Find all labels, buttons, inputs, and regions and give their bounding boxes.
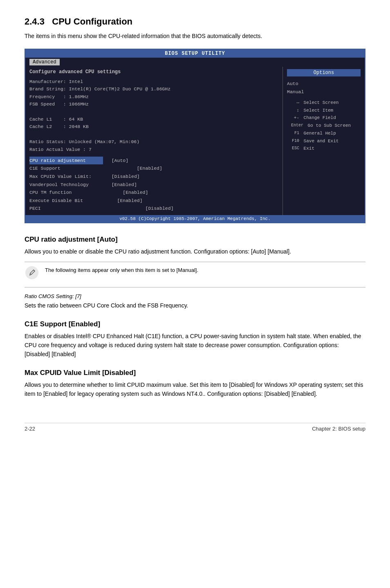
bios-header: BIOS SETUP UTILITY xyxy=(25,49,365,58)
bios-key-desc-select-item: Select Item xyxy=(301,107,333,114)
bios-key-sym-f10: F10 xyxy=(287,137,299,145)
bios-right-panel: Options Auto Manual ↔ Select Screen ↕ Se… xyxy=(283,67,365,215)
bios-key-row: ESC Exit xyxy=(287,145,361,153)
bios-setting-xd-value: [Enabled] xyxy=(103,197,143,205)
bios-setting-xd-label: Execute Disable Bit xyxy=(29,197,103,205)
bios-key-sym-f1: F1 xyxy=(287,130,299,137)
section-heading-c1e: C1E Support [Enabled] xyxy=(25,320,365,328)
bios-setting-c1e-value: [Enabled] xyxy=(103,164,162,173)
bios-key-sym-enter: Enter xyxy=(287,122,303,130)
bios-setting-cputm-label: CPU TM function xyxy=(29,189,103,197)
bios-setting-row: CPU ratio adjustment [Auto] xyxy=(29,157,278,165)
bios-setting-peci-label: PECI xyxy=(29,204,103,213)
bios-key-row: +- Change Field xyxy=(287,114,361,122)
bios-setting-vanderpool-label: Vanderpool Technology xyxy=(29,181,103,189)
svg-point-0 xyxy=(25,266,38,279)
page-footer: 2-22 Chapter 2: BIOS setup xyxy=(25,423,365,432)
bios-options-title: Options xyxy=(287,69,361,76)
bios-footer: v02.58 (C)Copyright 1985-2007, American … xyxy=(25,215,365,222)
section-heading-cpuid: Max CPUID Value Limit [Disabled] xyxy=(25,369,365,377)
bios-setting-row: Max CPUID Value Limit: [Disabled] xyxy=(29,173,278,181)
footer-left: 2-22 xyxy=(25,426,35,432)
ratio-cmos-label: Ratio CMOS Setting: [7] xyxy=(25,293,365,299)
section-title: 2.4.3 CPU Configuration xyxy=(25,16,365,27)
bios-key-row: Enter Go to Sub Screen xyxy=(287,122,361,130)
bios-key-sym-updown: ↕ xyxy=(287,107,299,114)
bios-key-desc-select-screen: Select Screen xyxy=(301,99,338,107)
bios-key-row: F10 Save and Exit xyxy=(287,137,361,145)
bios-section-title: Configure advanced CPU settings xyxy=(29,69,278,75)
note-box: The following items appear only when thi… xyxy=(25,262,365,287)
bios-setting-cpu-ratio-value: [Auto] xyxy=(103,157,128,165)
bios-setting-cputm-value: [Enabled] xyxy=(103,189,148,197)
ratio-cmos-body: Sets the ratio between CPU Core Clock an… xyxy=(25,301,365,310)
bios-key-sym-arrows: ↔ xyxy=(287,99,299,107)
section-body-cpu-ratio: Allows you to enable or disable the CPU … xyxy=(25,247,365,256)
bios-setting-row: Vanderpool Technology [Enabled] xyxy=(29,181,278,189)
section-heading-cpu-ratio: CPU ratio adjustment [Auto] xyxy=(25,236,365,244)
bios-key-sym-plusminus: +- xyxy=(287,114,299,122)
bios-setting-cpuid-label: Max CPUID Value Limit: xyxy=(29,173,103,181)
bios-left-panel: Configure advanced CPU settings Manufact… xyxy=(25,67,283,215)
bios-key-sym-esc: ESC xyxy=(287,145,299,153)
note-icon xyxy=(25,265,39,283)
bios-key-desc-help: General Help xyxy=(301,130,336,137)
bios-keys: ↔ Select Screen ↕ Select Item +- Change … xyxy=(287,99,361,153)
bios-tab-advanced: Advanced xyxy=(29,59,60,65)
bios-screenshot: BIOS SETUP UTILITY Advanced Configure ad… xyxy=(25,49,365,223)
bios-key-desc-exit: Exit xyxy=(301,145,314,153)
bios-setting-cpuid-value: [Disabled] xyxy=(103,173,140,181)
bios-setting-row: PECI [Disabled] xyxy=(29,204,278,213)
bios-key-row: ↕ Select Item xyxy=(287,107,361,114)
bios-content: Configure advanced CPU settings Manufact… xyxy=(25,67,365,215)
bios-key-row: ↔ Select Screen xyxy=(287,99,361,107)
intro-text: The items in this menu show the CPU-rela… xyxy=(25,32,365,40)
note-text: The following items appear only when thi… xyxy=(45,266,198,274)
bios-key-desc-change-field: Change Field xyxy=(301,114,336,122)
bios-setting-c1e-label: C1E Support xyxy=(29,164,103,173)
bios-option-manual: Manual xyxy=(287,88,361,96)
bios-setting-row: CPU TM function [Enabled] xyxy=(29,189,278,197)
bios-tab-row: Advanced xyxy=(25,58,365,67)
bios-setting-vanderpool-value: [Enabled] xyxy=(103,181,137,189)
bios-settings-list: CPU ratio adjustment [Auto] C1E Support … xyxy=(29,157,278,213)
bios-setting-cpu-ratio-label: CPU ratio adjustment xyxy=(29,157,103,165)
bios-key-row: F1 General Help xyxy=(287,130,361,137)
bios-key-desc-subscreen: Go to Sub Screen xyxy=(305,122,351,130)
bios-key-desc-save: Save and Exit xyxy=(301,137,338,145)
bios-cpu-info: Manufacturer: Intel Brand String: Intel(… xyxy=(29,78,278,153)
bios-setting-row: C1E Support [Enabled] xyxy=(29,164,278,173)
footer-right: Chapter 2: BIOS setup xyxy=(312,426,365,432)
bios-option-auto: Auto xyxy=(287,80,361,88)
bios-setting-peci-value: [Disabled] xyxy=(103,204,174,213)
section-body-cpuid: Allows you to determine whether to limit… xyxy=(25,380,365,399)
section-body-c1e: Enables or disables Intel® CPU Enhanced … xyxy=(25,332,365,359)
bios-setting-row: Execute Disable Bit [Enabled] xyxy=(29,197,278,205)
